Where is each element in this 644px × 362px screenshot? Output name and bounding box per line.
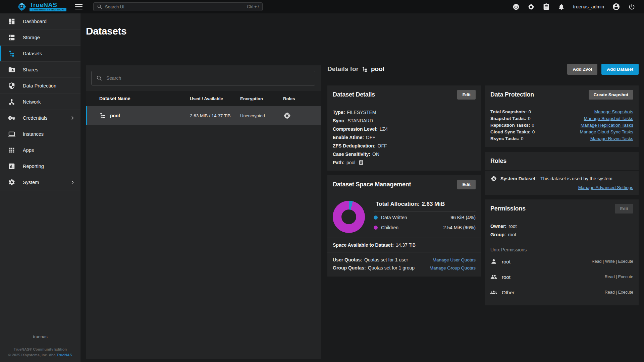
create-snapshot-button[interactable]: Create Snapshot	[589, 90, 633, 100]
chevron-right-icon	[70, 180, 75, 185]
manage-group-quotas-link[interactable]: Manage Group Quotas	[430, 265, 476, 270]
perm-entry-other: Other Read | Execute	[490, 285, 633, 300]
detail-row-dedup: ZFS Deduplication:OFF	[333, 143, 476, 148]
column-used-available[interactable]: Used / Available	[190, 96, 240, 101]
page-title: Datasets	[80, 13, 644, 37]
user-quotas-row: User Quotas: Quotas set for 1 user Manag…	[333, 256, 476, 264]
laptop-icon	[8, 130, 15, 138]
dataset-tree-icon	[362, 66, 368, 72]
add-zvol-button[interactable]: Add Zvol	[567, 64, 597, 75]
detail-row-path: Path:pool	[333, 160, 476, 165]
username: truenas_admin	[573, 4, 604, 9]
space-donut	[333, 201, 365, 233]
dataset-details-card: Dataset Details Edit Type:FILESYSTEM Syn…	[327, 85, 481, 171]
sidebar-item-apps[interactable]: Apps	[0, 142, 80, 158]
column-dataset-name[interactable]: Dataset Name	[86, 96, 190, 101]
avatar-icon[interactable]	[612, 3, 620, 11]
sidebar-item-network[interactable]: Network	[0, 94, 80, 110]
dataset-details-edit-button[interactable]: Edit	[457, 90, 476, 100]
manage-snapshot-tasks-link[interactable]: Manage Snapshot Tasks	[584, 116, 633, 121]
owner-row: Owner:root	[490, 224, 633, 229]
groups-icon	[490, 289, 497, 296]
dataset-used-available: 2.63 MiB / 14.37 TiB	[190, 113, 240, 118]
truenas-cube-icon[interactable]	[528, 3, 535, 10]
roles-card: Roles System Dataset: This dataset is us…	[485, 152, 639, 195]
permissions-card: Permissions Edit Owner:root Group:root U…	[485, 199, 639, 305]
dataset-search-input[interactable]	[106, 75, 310, 81]
manage-cloud-sync-tasks-link[interactable]: Manage Cloud Sync Tasks	[580, 129, 633, 134]
notifications-bell-icon[interactable]	[558, 3, 565, 10]
legend-children: Children 2.54 MiB (96%)	[374, 221, 476, 231]
data-protection-card: Data Protection Create Snapshot Total Sn…	[485, 85, 639, 147]
power-icon[interactable]	[628, 3, 635, 10]
dataset-encryption: Unencrypted	[240, 113, 283, 118]
detail-row-compression: Compression Level:LZ4	[333, 126, 476, 132]
dataset-name: pool	[110, 113, 120, 118]
hostname: truenas	[0, 334, 80, 347]
sidebar-item-data-protection[interactable]: Data Protection	[0, 78, 80, 94]
sidebar-item-reporting[interactable]: Reporting	[0, 158, 80, 174]
dataset-search[interactable]	[91, 71, 315, 85]
dataset-details-title: Dataset Details	[333, 91, 375, 98]
dataset-list-panel: Dataset Name Used / Available Encryption…	[86, 65, 321, 359]
unix-permissions-label: Unix Permissions	[490, 247, 633, 252]
details-header: Details for pool Add Zvol Add Dataset	[327, 62, 639, 76]
permissions-edit-button[interactable]: Edit	[615, 204, 633, 214]
bar-chart-icon	[8, 163, 15, 170]
table-header: Dataset Name Used / Available Encryption…	[86, 91, 321, 106]
manage-advanced-settings-link[interactable]: Manage Advanced Settings	[578, 185, 633, 190]
dashboard-icon	[8, 18, 15, 25]
detail-row-atime: Enable Atime:OFF	[333, 135, 476, 140]
system-dataset-row: System Dataset: This dataset is used by …	[490, 175, 633, 182]
jobs-clipboard-icon[interactable]	[543, 3, 550, 10]
sidebar-item-datasets[interactable]: Datasets	[0, 46, 80, 62]
sidebar-item-credentials[interactable]: Credentials	[0, 110, 80, 126]
logo-badge: COMMUNITY EDITION	[30, 8, 66, 11]
topbar: TrueNAS COMMUNITY EDITION Ctrl + /	[0, 0, 644, 13]
cloud-sync-tasks-row: Cloud Sync Tasks:0 Manage Cloud Sync Tas…	[490, 128, 633, 135]
column-encryption[interactable]: Encryption	[240, 96, 283, 101]
manage-user-quotas-link[interactable]: Manage User Quotas	[433, 257, 476, 262]
replication-tasks-row: Replication Tasks:0 Manage Replication T…	[490, 122, 633, 128]
rsync-tasks-row: Rsync Tasks:0 Manage Rsync Tasks	[490, 135, 633, 142]
dataset-table: Dataset Name Used / Available Encryption…	[86, 91, 321, 125]
group-row: Group:root	[490, 232, 633, 237]
sidebar-footer: TrueNAS® Community Edition © 2025 iXsyst…	[0, 347, 80, 362]
datasets-tree-icon	[8, 50, 15, 57]
manage-rsync-tasks-link[interactable]: Manage Rsync Tasks	[590, 136, 633, 141]
sidebar-item-instances[interactable]: Instances	[0, 126, 80, 142]
add-dataset-button[interactable]: Add Dataset	[601, 64, 639, 75]
copy-path-icon[interactable]	[359, 160, 364, 165]
system-dataset-cube-icon	[490, 175, 497, 182]
shares-folder-icon	[8, 66, 15, 73]
manage-snapshots-link[interactable]: Manage Snapshots	[594, 109, 633, 114]
truenas-logo[interactable]: TrueNAS COMMUNITY EDITION	[0, 2, 80, 12]
truenas-logo-icon	[17, 2, 27, 12]
perm-entry-group: root Read | Execute	[490, 269, 633, 285]
global-search[interactable]: Ctrl + /	[93, 2, 263, 11]
manage-replication-tasks-link[interactable]: Manage Replication Tasks	[581, 123, 633, 128]
sidebar-item-storage[interactable]: Storage	[0, 29, 80, 46]
roles-title: Roles	[490, 158, 506, 165]
legend-dot-blue	[374, 216, 378, 220]
global-search-input[interactable]	[105, 4, 244, 9]
column-roles[interactable]: Roles	[283, 96, 321, 101]
sidebar-item-system[interactable]: System	[0, 174, 80, 190]
detail-row-type: Type:FILESYSTEM	[333, 110, 476, 115]
feedback-smiley-icon[interactable]	[513, 3, 520, 10]
apps-grid-icon	[8, 146, 15, 154]
menu-icon[interactable]	[75, 4, 83, 9]
space-management-edit-button[interactable]: Edit	[457, 180, 476, 189]
table-row-pool[interactable]: pool 2.63 MiB / 14.37 TiB Unencrypted	[86, 106, 321, 125]
search-icon	[97, 4, 102, 9]
total-snapshots-row: Total Snapshots:0 Manage Snapshots	[490, 108, 633, 115]
main-content: Datasets Dataset Name Used / Available E…	[80, 13, 644, 362]
search-icon	[96, 75, 102, 81]
legend-dot-magenta	[374, 226, 378, 230]
sidebar-item-shares[interactable]: Shares	[0, 62, 80, 78]
footer-truenas-link[interactable]: TrueNAS	[57, 353, 72, 357]
logo-text: TrueNAS	[30, 2, 57, 8]
sidebar-item-dashboard[interactable]: Dashboard	[0, 13, 80, 29]
gear-icon	[8, 179, 15, 186]
detail-row-sync: Sync:STANDARD	[333, 118, 476, 123]
